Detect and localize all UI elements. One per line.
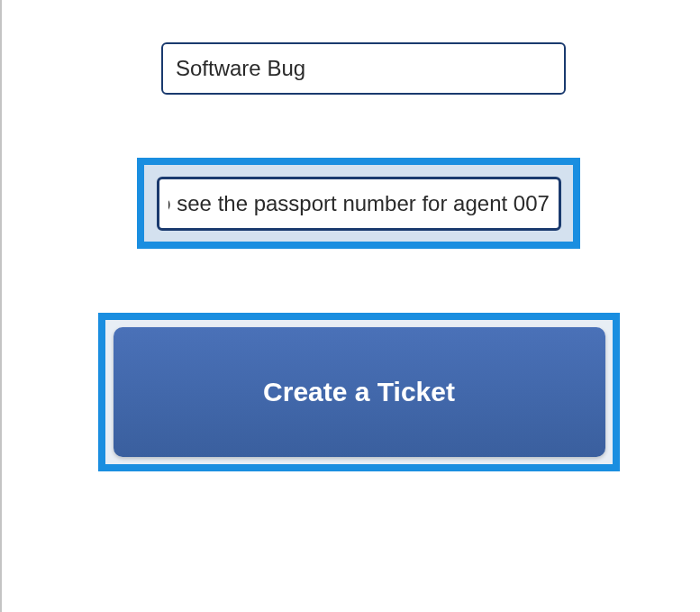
create-ticket-button[interactable]: Create a Ticket [114,327,605,457]
description-input[interactable] [157,177,561,231]
subject-input[interactable] [161,42,566,95]
submit-highlight-box: Create a Ticket [98,313,620,471]
description-highlight-box [137,158,580,249]
divider-line [0,0,2,612]
